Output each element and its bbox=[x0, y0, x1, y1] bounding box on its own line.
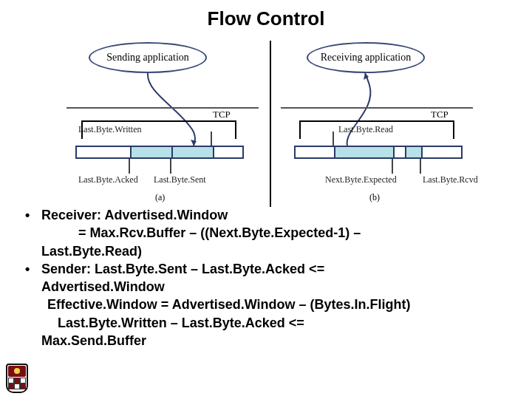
bullet-1-line3: Last.Byte.Read) bbox=[25, 242, 513, 260]
tcp-label-right: TCP bbox=[431, 109, 449, 120]
ptr-lbw: Last.Byte.Written bbox=[78, 124, 142, 135]
sub-a: (a) bbox=[155, 192, 165, 203]
ptr-lbs-line bbox=[170, 159, 171, 174]
ptr-lba-line bbox=[129, 159, 130, 174]
bullet-1-line1: Receiver: Advertised.Window bbox=[41, 206, 228, 224]
recv-buffer-fill1 bbox=[334, 147, 393, 157]
receiving-panel: Receiving application TCP Last.Byte.Read… bbox=[281, 41, 495, 211]
ptr-lbrc: Last.Byte.Rcvd bbox=[423, 174, 478, 185]
recv-buffer-fill2 bbox=[405, 147, 421, 157]
panel-divider bbox=[270, 41, 271, 207]
ptr-lbrc-line bbox=[420, 159, 421, 174]
recv-buf-div4 bbox=[421, 147, 423, 157]
recv-buf-div3 bbox=[405, 147, 406, 157]
send-buf-div2 bbox=[171, 147, 173, 157]
tcp-label-left: TCP bbox=[213, 109, 231, 120]
recv-buf-div2 bbox=[393, 147, 395, 157]
shield-grid bbox=[8, 378, 26, 389]
bullet-2-line2: Advertised.Window bbox=[25, 278, 513, 296]
bullet-1-line2: = Max.Rcv.Buffer – ((Next.Byte.Expected-… bbox=[25, 224, 513, 242]
shield-sun-icon bbox=[14, 368, 20, 374]
sending-panel: Sending application TCP Last.Byte.Writte… bbox=[66, 41, 266, 211]
bullet-2-line3: Effective.Window = Advertised.Window – (… bbox=[25, 296, 513, 313]
send-buf-div1 bbox=[130, 147, 132, 157]
ptr-nbe: Next.Byte.Expected bbox=[325, 174, 397, 185]
bullet-list: • Receiver: Advertised.Window = Max.Rcv.… bbox=[25, 206, 513, 349]
slide-title: Flow Control bbox=[0, 0, 532, 30]
ptr-lbr-line bbox=[332, 132, 334, 146]
bullet-2-line1: Sender: Last.Byte.Sent – Last.Byte.Acked… bbox=[41, 260, 324, 278]
recv-buf-div1 bbox=[334, 147, 335, 157]
bullet-marker: • bbox=[25, 260, 41, 278]
ptr-lbr: Last.Byte.Read bbox=[338, 124, 393, 135]
bullet-1: • Receiver: Advertised.Window bbox=[25, 206, 513, 224]
recv-buffer bbox=[294, 146, 463, 159]
send-buffer bbox=[75, 146, 244, 159]
ptr-nbe-line bbox=[392, 159, 393, 174]
sub-b: (b) bbox=[369, 192, 380, 203]
send-buf-div3 bbox=[213, 147, 214, 157]
bullet-2-line5: Max.Send.Buffer bbox=[25, 332, 513, 349]
bullet-marker: • bbox=[25, 206, 41, 224]
ptr-lba: Last.Byte.Acked bbox=[78, 174, 138, 185]
flow-diagram: Sending application TCP Last.Byte.Writte… bbox=[0, 41, 532, 211]
bullet-2-line4: Last.Byte.Written – Last.Byte.Acked <= bbox=[25, 314, 513, 332]
ptr-lbs: Last.Byte.Sent bbox=[154, 174, 206, 185]
bullet-2: • Sender: Last.Byte.Sent – Last.Byte.Ack… bbox=[25, 260, 513, 278]
ptr-lbw-line bbox=[211, 132, 212, 146]
brown-shield-logo bbox=[6, 364, 28, 393]
